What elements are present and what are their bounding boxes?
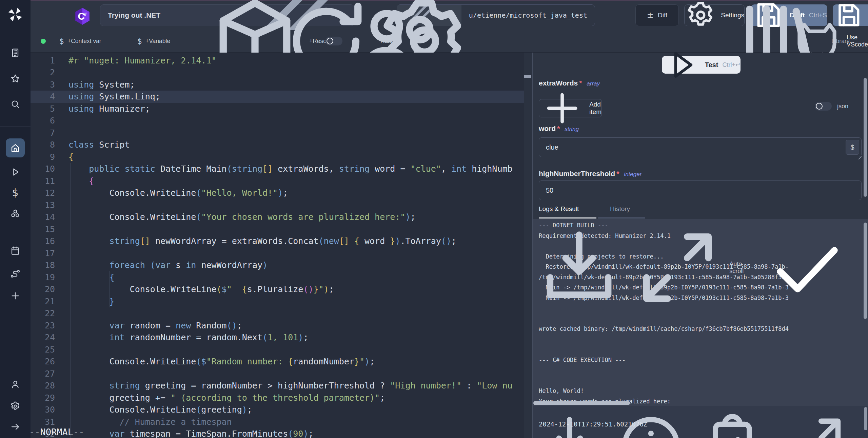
add-item-button[interactable]: Add item: [539, 99, 602, 117]
field-label-word: word* string: [539, 125, 579, 133]
code-content[interactable]: 1#r "nuget: Humanizer, 2.14.1"23using Sy…: [31, 54, 524, 438]
code-line[interactable]: 30 Console.WriteLine(greeting);: [31, 404, 524, 416]
code-line[interactable]: 23 var random = new Random();: [31, 319, 524, 331]
line-number: 12: [31, 188, 55, 198]
code-line[interactable]: 26 Console.WriteLine($"Random number: {r…: [31, 356, 524, 368]
sidebar-item-gear[interactable]: [6, 397, 25, 416]
use-vscode-button[interactable]: Use VScode: [791, 30, 868, 52]
code-line[interactable]: 12 Console.WriteLine("Hello, World!");: [31, 187, 524, 199]
sidebar-item-star[interactable]: [6, 69, 25, 88]
json-toggle[interactable]: [815, 102, 832, 111]
code-line[interactable]: 7: [31, 127, 524, 139]
result-tabs: Logs & Result History: [533, 200, 868, 219]
sidebar-item-arrow-right[interactable]: [6, 417, 25, 436]
dollar-icon: $: [10, 187, 21, 198]
logs-panel[interactable]: --- DOTNET BUILD ---Requirement detected…: [533, 219, 868, 406]
code-line[interactable]: 16 string[] newWordArray = extraWords.Co…: [31, 235, 524, 247]
left-sidebar: $: [0, 0, 31, 438]
code-line[interactable]: 32 var timespan = TimeSpan.FromMinutes(9…: [31, 428, 524, 438]
code-line[interactable]: 8class Script: [31, 139, 524, 151]
line-number: 29: [31, 393, 55, 403]
diff-button[interactable]: ± Diff: [635, 4, 679, 26]
code-line[interactable]: 1#r "nuget: Humanizer, 2.14.1": [31, 54, 524, 66]
logs-scrollbar-thumb[interactable]: [864, 223, 867, 319]
panel-scrollbar-thumb[interactable]: [864, 78, 867, 197]
download-logs-icon[interactable]: [533, 221, 626, 314]
editor-toolbar: $ +Context var $ +Variable +Resource Res…: [31, 30, 868, 53]
line-number: 13: [31, 200, 55, 210]
use-vscode-label: Use VScode: [847, 34, 868, 48]
code-line[interactable]: 19 {: [31, 271, 524, 283]
expand-result-icon[interactable]: [776, 409, 850, 438]
editor-minimap[interactable]: [524, 53, 532, 438]
resize-handle[interactable]: [857, 152, 862, 156]
line-number: 11: [31, 176, 55, 186]
word-input[interactable]: [539, 137, 862, 157]
sidebar-item-calendar[interactable]: [6, 241, 25, 260]
tab-history[interactable]: History: [610, 200, 630, 218]
code-line[interactable]: 22: [31, 307, 524, 320]
result-scrollbar-thumb[interactable]: [864, 407, 867, 430]
code-line[interactable]: 31 // Humanize a timespan: [31, 416, 524, 428]
insert-variable-dollar-button[interactable]: $: [846, 140, 859, 155]
line-number: 31: [31, 417, 55, 427]
test-button[interactable]: Test Ctrl+↵: [662, 56, 741, 74]
editor-scroll-indicator[interactable]: [524, 75, 531, 78]
code-line[interactable]: 5using Humanizer;: [31, 102, 524, 115]
toggle-switch[interactable]: [326, 37, 342, 45]
sidebar-item-user[interactable]: [6, 375, 25, 394]
sidebar-item-plus[interactable]: [6, 286, 25, 305]
code-line[interactable]: 6: [31, 115, 524, 127]
code-text: string greeting = randomNumber > highNum…: [68, 381, 512, 391]
code-line[interactable]: 14 Console.WriteLine("Your chosen words …: [31, 211, 524, 223]
code-line[interactable]: 21 }: [31, 295, 524, 307]
code-line[interactable]: 13: [31, 199, 524, 211]
plus-minus-icon: ±: [647, 11, 654, 19]
sidebar-item-dollar[interactable]: $: [6, 183, 25, 202]
code-line[interactable]: 15: [31, 223, 524, 235]
expand-logs-icon[interactable]: [631, 221, 724, 314]
code-line[interactable]: 29 greeting += " (according to the thres…: [31, 392, 524, 404]
code-editor[interactable]: 1#r "nuget: Humanizer, 2.14.1"23using Sy…: [31, 53, 533, 438]
sidebar-item-play[interactable]: [6, 163, 25, 182]
code-line[interactable]: 24 int randomNumber = random.Next(1, 101…: [31, 331, 524, 344]
diff-label: Diff: [658, 12, 667, 19]
editor-settings-button[interactable]: [374, 30, 475, 52]
code-line[interactable]: 28 string greeting = randomNumber > high…: [31, 380, 524, 392]
line-number: 3: [31, 80, 55, 90]
code-line[interactable]: 17: [31, 247, 524, 259]
sidebar-item-home[interactable]: [6, 138, 25, 157]
field-label-highnumberthreshold: highNumberThreshold* integer: [539, 170, 642, 178]
play-icon: [662, 45, 701, 84]
code-line[interactable]: 27: [31, 367, 524, 380]
code-line[interactable]: 3using System;: [31, 78, 524, 91]
add-context-var-button[interactable]: $ +Context var: [59, 30, 101, 52]
sidebar-item-building[interactable]: [6, 43, 25, 62]
code-line[interactable]: 9{: [31, 151, 524, 163]
tab-logs-result[interactable]: Logs & Result: [539, 200, 579, 218]
add-variable-button[interactable]: $ +Variable: [137, 30, 170, 52]
code-line[interactable]: 11 {: [31, 175, 524, 187]
sidebar-item-cubes[interactable]: [6, 205, 25, 224]
clipboard-icon[interactable]: [695, 409, 769, 438]
log-line: --- C# CODE EXECUTION ---: [539, 357, 866, 367]
code-line[interactable]: 20 Console.WriteLine($" {s.Pluralize()}"…: [31, 283, 524, 296]
sidebar-item-search[interactable]: [6, 95, 25, 114]
windmill-logo-icon[interactable]: [7, 6, 24, 23]
highnumberthreshold-input[interactable]: [539, 180, 862, 200]
auto-scroll-checkmark-icon[interactable]: [761, 221, 854, 314]
add-context-var-label: +Context var: [67, 38, 101, 45]
sidebar-item-route[interactable]: [6, 264, 25, 283]
code-line[interactable]: 4using System.Linq;: [31, 91, 524, 103]
code-line[interactable]: 2: [31, 66, 524, 79]
json-toggle-label: json: [837, 103, 848, 110]
code-line[interactable]: 18 foreach (var s in newWordArray): [31, 259, 524, 271]
diff-mode-toggle[interactable]: [326, 30, 342, 52]
logs-horizontal-scrollbar[interactable]: [533, 401, 630, 405]
code-line[interactable]: 10 public static DateTime Main(string[] …: [31, 163, 524, 175]
line-number: 28: [31, 381, 55, 391]
code-line[interactable]: 25: [31, 343, 524, 356]
code-text: Console.WriteLine("Your chosen words are…: [68, 212, 416, 222]
copy-result-button[interactable]: Copy: [540, 434, 656, 438]
line-number: 30: [31, 405, 55, 415]
